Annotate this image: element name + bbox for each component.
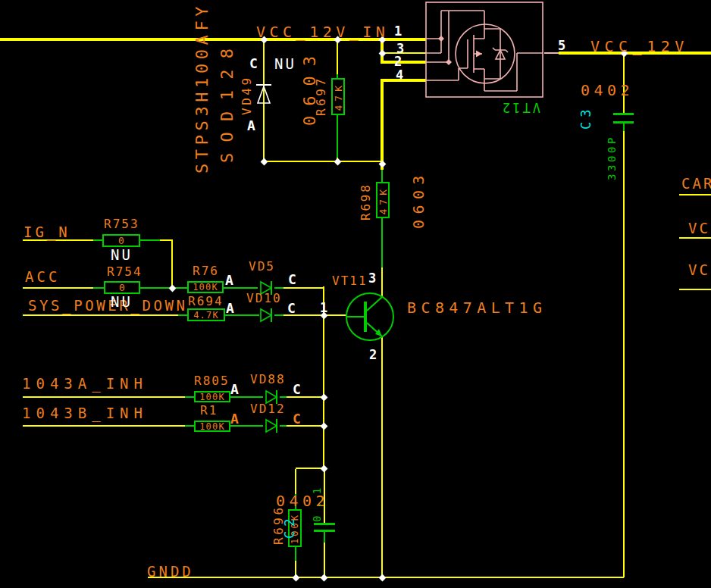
- net-label-vcc-12v[interactable]: VCC_12V: [590, 39, 689, 54]
- ref-designator-vd49[interactable]: VD49: [241, 73, 253, 115]
- ref-designator-c3[interactable]: C3: [580, 105, 593, 130]
- pin-number-vt11-1: 1: [320, 302, 327, 314]
- wire-segment[interactable]: [381, 61, 426, 64]
- junction-dot: [261, 158, 268, 166]
- component-lead[interactable]: [140, 239, 160, 241]
- anode-marker-vd49: A: [247, 119, 255, 133]
- resistor-r697[interactable]: 47K: [331, 78, 345, 115]
- capacitor-c3-plate[interactable]: [613, 113, 634, 115]
- mosfet-vt12-symbol[interactable]: [424, 2, 544, 115]
- wire-segment[interactable]: [679, 194, 711, 195]
- ref-designator-r753[interactable]: R753: [104, 218, 139, 230]
- ref-designator-vd10[interactable]: VD10: [246, 292, 282, 305]
- component-lead[interactable]: [178, 314, 187, 316]
- capacitor-c3-plate[interactable]: [613, 121, 634, 124]
- transistor-vt11-symbol[interactable]: [345, 291, 398, 344]
- resistor-r753-value: 0: [118, 236, 124, 246]
- diode-vd49-symbol[interactable]: [254, 79, 274, 109]
- component-lead[interactable]: [381, 170, 383, 182]
- wire-segment[interactable]: [381, 336, 383, 577]
- junction-dot: [321, 394, 328, 402]
- net-label-ig-n[interactable]: IG_N: [23, 225, 70, 239]
- resistor-r76[interactable]: 100K: [187, 281, 224, 293]
- net-label-sys-power-down[interactable]: SYS_POWER_DOWN: [28, 299, 188, 313]
- junction-dot: [169, 285, 177, 292]
- wire-segment[interactable]: [337, 39, 338, 74]
- component-lead[interactable]: [324, 532, 325, 543]
- ref-designator-c2[interactable]: C2: [283, 513, 296, 539]
- wire-segment[interactable]: [23, 287, 93, 289]
- wire-segment[interactable]: [381, 79, 384, 164]
- resistor-r1[interactable]: 100K: [194, 421, 230, 432]
- net-label-vcc-12v-in[interactable]: VCC_12V_IN: [256, 24, 389, 39]
- resistor-r698[interactable]: 47K: [376, 182, 390, 218]
- resistor-r694[interactable]: 4.7K: [187, 308, 225, 321]
- value-c2: 0.1: [312, 475, 322, 522]
- component-lead[interactable]: [185, 425, 194, 427]
- ref-designator-vd88[interactable]: VD88: [250, 374, 286, 386]
- ref-designator-vd12[interactable]: VD12: [250, 403, 286, 415]
- resistor-r1-value: 100K: [199, 422, 225, 431]
- pin-number-4: 4: [396, 69, 403, 82]
- fit-note-r754: NU: [111, 295, 133, 309]
- fit-note-r753: NU: [111, 248, 133, 262]
- wire-segment[interactable]: [171, 240, 173, 288]
- diode-vd12-symbol[interactable]: [263, 418, 281, 434]
- ref-designator-vt11[interactable]: VT11: [332, 275, 368, 287]
- component-lead[interactable]: [623, 124, 625, 131]
- component-lead[interactable]: [381, 218, 383, 267]
- package-r698: 0603: [411, 170, 426, 229]
- wire-segment[interactable]: [295, 469, 296, 494]
- component-lead[interactable]: [93, 239, 102, 241]
- wire-segment[interactable]: [23, 314, 178, 316]
- ref-designator-r76[interactable]: R76: [193, 265, 219, 277]
- component-lead[interactable]: [185, 396, 194, 398]
- schematic-canvas[interactable]: 0 0 100K 4.7K 100K 100K 47K 47K 100K VCC…: [0, 0, 711, 588]
- package-c3: 0402: [581, 83, 634, 98]
- wire-segment[interactable]: [23, 396, 185, 398]
- component-lead[interactable]: [295, 547, 296, 561]
- junction-dot: [321, 465, 328, 473]
- component-lead[interactable]: [140, 287, 171, 289]
- mosfet-pin5-stub: [544, 52, 559, 54]
- cathode-marker-vd10: C: [287, 302, 296, 315]
- resistor-r805[interactable]: 100K: [194, 391, 230, 402]
- net-label-gndd[interactable]: GNDD: [147, 565, 194, 579]
- wire-segment[interactable]: [324, 543, 325, 577]
- ref-designator-r697[interactable]: R697: [315, 72, 327, 116]
- wire-segment[interactable]: [23, 425, 185, 427]
- wire-segment[interactable]: [264, 161, 384, 162]
- ref-designator-vd5[interactable]: VD5: [249, 261, 275, 273]
- capacitor-c2-plate[interactable]: [314, 523, 335, 525]
- junction-dot: [293, 574, 300, 582]
- ref-designator-r754[interactable]: R754: [107, 266, 143, 278]
- ref-designator-vt12[interactable]: VT12: [500, 101, 540, 114]
- pin-number-2: 2: [394, 55, 402, 68]
- net-label-vc-bottom[interactable]: VC: [688, 263, 710, 277]
- component-lead[interactable]: [93, 287, 104, 289]
- ref-designator-r698[interactable]: R698: [360, 181, 372, 220]
- ref-designator-r805[interactable]: R805: [194, 375, 230, 387]
- ref-designator-r1[interactable]: R1: [200, 405, 218, 417]
- anode-marker-r805-row: A: [230, 383, 239, 396]
- net-label-car[interactable]: CAR: [681, 177, 711, 191]
- ref-designator-r694[interactable]: R694: [188, 296, 224, 308]
- wire-segment[interactable]: [679, 289, 711, 290]
- resistor-r754[interactable]: 0: [104, 281, 140, 294]
- wire-segment[interactable]: [283, 287, 324, 289]
- capacitor-c2-plate[interactable]: [314, 530, 335, 532]
- junction-dot: [321, 574, 328, 582]
- wire-segment[interactable]: [679, 237, 711, 239]
- net-label-vc-top[interactable]: VC: [688, 221, 710, 236]
- net-label-acc[interactable]: ACC: [25, 270, 60, 284]
- diode-vd10-symbol[interactable]: [258, 307, 276, 324]
- junction-dot: [379, 574, 387, 582]
- resistor-r753[interactable]: 0: [102, 234, 140, 247]
- wire-segment[interactable]: [623, 131, 625, 577]
- fit-note-vd49: NU: [274, 57, 296, 71]
- net-label-1043b-inh[interactable]: 1043B_INH: [22, 406, 148, 421]
- resistor-r697-value: 47K: [334, 82, 343, 111]
- component-lead[interactable]: [337, 115, 338, 158]
- net-label-1043a-inh[interactable]: 1043A_INH: [22, 377, 148, 391]
- cathode-marker-vd49: C: [249, 57, 258, 70]
